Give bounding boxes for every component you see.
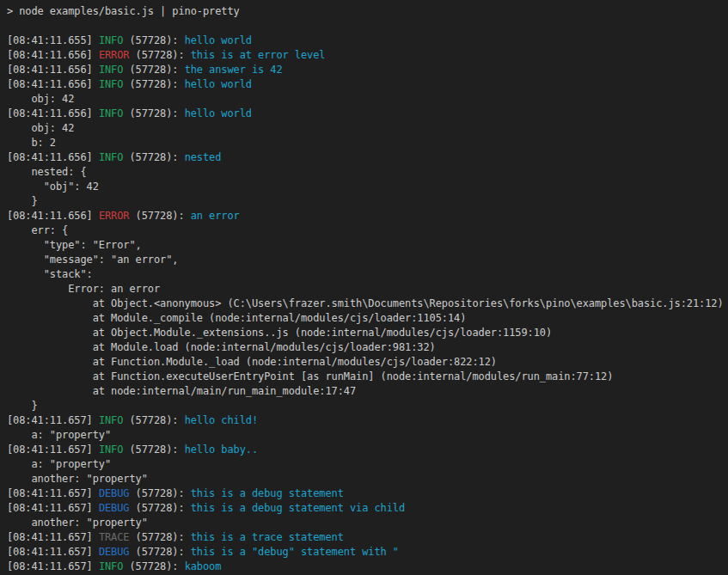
log-segment: (57728):	[123, 64, 184, 76]
log-segment: kaboom	[185, 560, 222, 572]
terminal-line: at Function.Module._load (node:internal/…	[7, 355, 728, 370]
log-segment: err: {	[7, 224, 68, 236]
log-segment: [08:41:11.657]	[7, 531, 99, 543]
terminal-line: [08:41:11.657] DEBUG (57728): this is a …	[7, 545, 728, 560]
terminal-line: obj: 42	[7, 121, 728, 136]
log-segment: [08:41:11.657]	[7, 414, 99, 426]
log-segment: (57728):	[130, 49, 191, 61]
log-segment: "stack":	[7, 268, 93, 280]
terminal-line: at Object.Module._extensions..js (node:i…	[7, 326, 728, 340]
log-segment: "obj": 42	[7, 180, 99, 193]
log-segment: hello world	[185, 78, 252, 90]
terminal-line: [08:41:11.657] DEBUG (57728): this is a …	[7, 501, 728, 516]
log-segment: an error	[191, 210, 240, 222]
log-segment: INFO	[99, 78, 124, 90]
terminal-line: [08:41:11.657] DEBUG (57728): this is a …	[7, 486, 728, 501]
terminal-line: at Function.executeUserEntryPoint [as ru…	[7, 370, 728, 384]
terminal-line: another: "property"	[7, 516, 728, 530]
terminal-line	[7, 19, 728, 34]
log-segment: at Object.Module._extensions..js (node:i…	[7, 327, 552, 339]
terminal-line: at Module._compile (node:internal/module…	[7, 311, 728, 326]
terminal-line: b: 2	[7, 136, 728, 150]
log-segment: at Module._compile (node:internal/module…	[7, 312, 466, 324]
log-segment: INFO	[99, 414, 124, 426]
terminal-line: [08:41:11.656] INFO (57728): nested	[7, 150, 728, 165]
log-segment: nested: {	[7, 166, 87, 178]
log-segment: the answer is 42	[185, 64, 283, 76]
terminal-pane[interactable]: > node examples/basic.js | pino-pretty […	[0, 0, 728, 575]
log-segment: INFO	[99, 560, 124, 572]
log-segment: [08:41:11.655]	[7, 34, 99, 46]
log-segment: > node examples/basic.js | pino-pretty	[7, 5, 240, 17]
log-segment: at Module.load (node:internal/modules/cj…	[7, 341, 436, 353]
log-segment: at Function.executeUserEntryPoint [as ru…	[7, 370, 613, 382]
terminal-line: [08:41:11.657] INFO (57728): hello child…	[7, 413, 728, 428]
terminal-line: > node examples/basic.js | pino-pretty	[7, 4, 728, 19]
log-segment: nested	[185, 151, 222, 163]
log-segment: DEBUG	[99, 502, 130, 514]
terminal-line: at Module.load (node:internal/modules/cj…	[7, 340, 728, 355]
log-segment: obj: 42	[7, 122, 74, 134]
log-segment: this is a "debug" statement with "	[191, 546, 399, 558]
log-segment: a: "property"	[7, 458, 111, 470]
log-segment: hello world	[185, 34, 252, 46]
log-segment: [08:41:11.657]	[7, 443, 99, 456]
log-segment: INFO	[99, 34, 124, 46]
terminal-line: [08:41:11.656] INFO (57728): hello world	[7, 77, 728, 92]
terminal-line: [08:41:11.656] ERROR (57728): this is at…	[7, 48, 728, 63]
terminal-line: }	[7, 194, 728, 209]
terminal-line: a: "property"	[7, 457, 728, 472]
log-segment: "message": "an error",	[7, 254, 179, 266]
terminal-line: "type": "Error",	[7, 238, 728, 253]
terminal-line: a: "property"	[7, 428, 728, 443]
log-segment: at Object.<anonymous> (C:\Users\frazer.s…	[7, 297, 724, 309]
log-segment: another: "property"	[7, 473, 148, 485]
terminal-line: Error: an error	[7, 282, 728, 297]
log-segment: this is a trace statement	[191, 531, 344, 543]
terminal-line: err: {	[7, 223, 728, 238]
terminal-line: [08:41:11.655] INFO (57728): hello world	[7, 34, 728, 48]
log-segment: b: 2	[7, 137, 56, 149]
log-segment: hello world	[185, 107, 252, 119]
log-segment: hello baby..	[185, 443, 259, 456]
terminal-line: [08:41:11.657] INFO (57728): hello baby.…	[7, 443, 728, 457]
log-segment: DEBUG	[99, 546, 130, 558]
terminal-line: "message": "an error",	[7, 253, 728, 267]
log-segment: at Function.Module._load (node:internal/…	[7, 356, 497, 368]
log-segment: this is a debug statement via child	[191, 502, 405, 514]
log-segment: [08:41:11.657]	[7, 546, 99, 558]
log-segment: [08:41:11.656]	[7, 107, 99, 119]
log-segment: (57728):	[123, 151, 184, 163]
log-segment: }	[7, 400, 38, 412]
log-segment: ERROR	[99, 210, 130, 222]
log-segment: [08:41:11.657]	[7, 502, 99, 514]
log-segment: [08:41:11.656]	[7, 210, 99, 222]
log-segment: (57728):	[130, 546, 191, 558]
log-segment: [08:41:11.656]	[7, 78, 99, 90]
log-segment: (57728):	[123, 560, 184, 572]
log-segment: this is a debug statement	[191, 487, 344, 499]
log-segment: a: "property"	[7, 429, 111, 441]
log-segment: at node:internal/main/run_main_module:17…	[7, 385, 356, 397]
log-segment: (57728):	[130, 531, 191, 543]
log-segment: (57728):	[123, 34, 184, 46]
log-segment: DEBUG	[99, 487, 130, 499]
log-segment: (57728):	[123, 107, 184, 119]
log-segment: Error: an error	[7, 283, 160, 295]
log-segment: "type": "Error",	[7, 239, 142, 251]
terminal-output: > node examples/basic.js | pino-pretty […	[7, 4, 728, 574]
log-segment: (57728):	[123, 78, 184, 90]
terminal-line: [08:41:11.656] INFO (57728): the answer …	[7, 63, 728, 77]
terminal-line: [08:41:11.656] ERROR (57728): an error	[7, 209, 728, 223]
log-segment: (57728):	[123, 443, 184, 456]
terminal-line: nested: {	[7, 165, 728, 180]
log-segment: TRACE	[99, 531, 130, 543]
log-segment: this is at error level	[191, 49, 326, 61]
terminal-line: "stack":	[7, 267, 728, 282]
log-segment: INFO	[99, 151, 124, 163]
terminal-line: "obj": 42	[7, 180, 728, 194]
log-segment: (57728):	[130, 210, 191, 222]
log-segment: [08:41:11.657]	[7, 560, 99, 572]
terminal-line: [08:41:11.657] TRACE (57728): this is a …	[7, 530, 728, 545]
log-segment: [08:41:11.656]	[7, 151, 99, 163]
